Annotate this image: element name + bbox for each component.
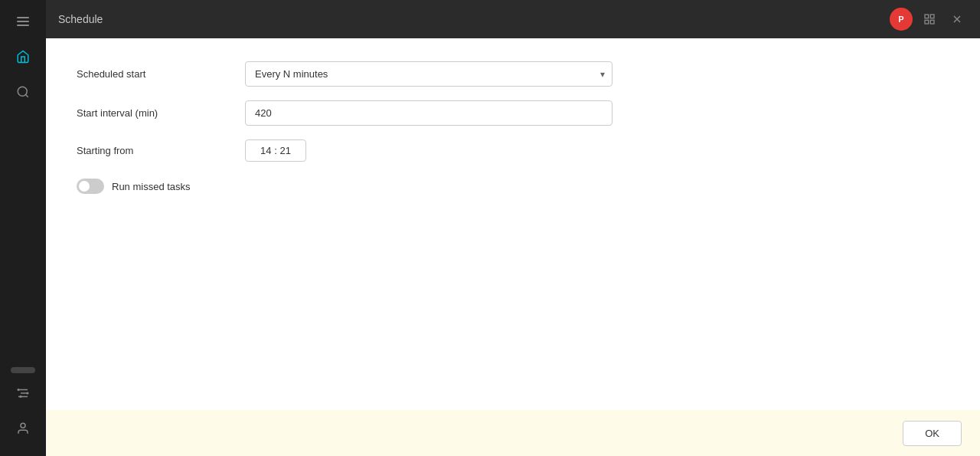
dialog-panel: Scheduled start Every N minutes Every ho… [46, 38, 980, 410]
run-missed-tasks-label: Run missed tasks [112, 181, 191, 192]
footer-bar: OK [46, 410, 980, 456]
starting-from-row: Starting from 14 : 21 [77, 139, 949, 162]
start-interval-label: Start interval (min) [77, 107, 245, 119]
svg-point-6 [27, 392, 29, 395]
toggle-slider [77, 179, 104, 194]
avatar-button[interactable]: P [890, 8, 913, 31]
svg-rect-10 [930, 15, 934, 18]
sidebar-item-profile[interactable] [8, 413, 38, 444]
svg-point-7 [20, 395, 22, 398]
svg-rect-11 [930, 20, 934, 24]
sidebar-item-home[interactable] [8, 41, 38, 72]
start-interval-row: Start interval (min) [77, 100, 949, 126]
sidebar [0, 0, 46, 456]
scheduled-start-select-wrapper: Every N minutes Every hour Every day Eve… [245, 61, 612, 87]
header-title: Schedule [58, 13, 880, 25]
svg-rect-9 [925, 15, 929, 18]
ok-button[interactable]: OK [903, 421, 962, 446]
sidebar-item-settings[interactable] [8, 378, 38, 408]
start-interval-control [245, 100, 612, 126]
start-interval-input[interactable] [245, 100, 612, 126]
sidebar-item-search[interactable] [8, 77, 38, 107]
content-area: Scheduled start Every N minutes Every ho… [46, 38, 980, 456]
header: Schedule P [46, 0, 980, 38]
svg-point-5 [18, 389, 20, 391]
sidebar-divider [11, 367, 35, 373]
main-area: Schedule P Scheduled start [46, 0, 980, 456]
svg-point-0 [18, 87, 27, 96]
svg-rect-12 [925, 20, 929, 24]
run-missed-tasks-toggle[interactable] [77, 179, 104, 194]
starting-from-label: Starting from [77, 145, 245, 156]
time-display: 14 : 21 [245, 139, 306, 162]
scheduled-start-select[interactable]: Every N minutes Every hour Every day Eve… [245, 61, 612, 87]
svg-point-8 [21, 423, 25, 428]
scheduled-start-row: Scheduled start Every N minutes Every ho… [77, 61, 949, 87]
book-icon[interactable] [919, 8, 940, 30]
close-icon[interactable] [946, 8, 968, 30]
starting-from-control: 14 : 21 [245, 139, 612, 162]
svg-line-1 [25, 94, 28, 97]
scheduled-start-label: Scheduled start [77, 68, 245, 80]
scheduled-start-control: Every N minutes Every hour Every day Eve… [245, 61, 612, 87]
run-missed-tasks-row: Run missed tasks [77, 179, 949, 194]
header-actions: P [890, 8, 968, 31]
sidebar-menu-icon[interactable] [8, 6, 38, 37]
